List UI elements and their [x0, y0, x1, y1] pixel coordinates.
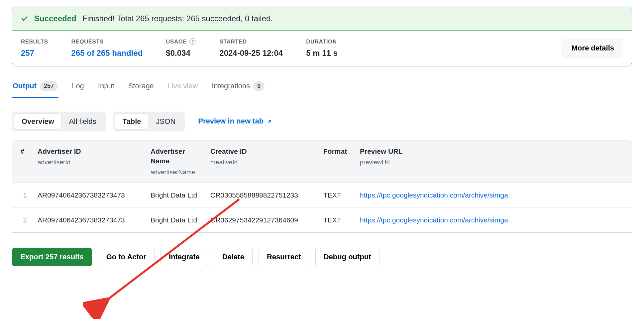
integrate-button[interactable]: Integrate — [161, 248, 208, 266]
debug-output-button[interactable]: Debug output — [315, 248, 379, 266]
check-icon — [21, 15, 28, 22]
external-link-icon — [267, 119, 272, 124]
status-stats: RESULTS 257 REQUESTS 265 of 265 handled … — [12, 31, 632, 66]
svg-line-0 — [268, 120, 271, 123]
json-toggle[interactable]: JSON — [149, 114, 183, 129]
stat-started-label: STARTED — [219, 38, 283, 46]
tab-storage[interactable]: Storage — [128, 78, 155, 98]
export-button[interactable]: Export 257 results — [12, 248, 92, 266]
preview-new-tab-link[interactable]: Preview in new tab — [198, 116, 272, 126]
fields-segment: Overview All fields — [12, 112, 106, 131]
tab-integrations[interactable]: Integrations 0 — [211, 78, 265, 98]
tab-integrations-count: 0 — [253, 81, 265, 91]
cell-advertiser-id: AR09740642367383273473 — [32, 207, 145, 232]
view-segment: Table JSON — [113, 112, 185, 131]
preview-url-link[interactable]: https://tpc.googlesyndication.com/archiv… — [360, 216, 508, 224]
col-advertiser-id: Advertiser IDadvertiserId — [32, 140, 145, 183]
status-message: Finished! Total 265 requests: 265 succee… — [82, 13, 273, 24]
stat-duration-value: 5 m 11 s — [306, 47, 338, 59]
status-banner: Succeeded Finished! Total 265 requests: … — [12, 7, 632, 66]
overview-toggle[interactable]: Overview — [14, 114, 62, 129]
stat-requests: REQUESTS 265 of 265 handled — [71, 38, 143, 59]
go-to-actor-button[interactable]: Go to Actor — [98, 248, 155, 266]
table-row: 2AR09740642367383273473Bright Data LtdCR… — [12, 207, 632, 232]
tab-output-label: Output — [13, 81, 37, 91]
question-icon[interactable]: ? — [189, 38, 196, 45]
tab-output[interactable]: Output 257 — [12, 78, 58, 98]
cell-advertiser-id: AR09740642367383273473 — [32, 183, 145, 207]
stat-started: STARTED 2024-09-25 12:04 — [219, 38, 283, 59]
status-banner-header: Succeeded Finished! Total 265 requests: … — [12, 7, 632, 31]
delete-button[interactable]: Delete — [214, 248, 253, 266]
cell-advertiser-name: Bright Data Ltd — [145, 183, 205, 207]
tab-integrations-label: Integrations — [212, 81, 250, 91]
all-fields-toggle[interactable]: All fields — [62, 114, 104, 129]
stat-results-value[interactable]: 257 — [21, 47, 48, 59]
run-tabs: Output 257 Log Input Storage Live view I… — [12, 78, 632, 98]
tab-log[interactable]: Log — [71, 78, 85, 98]
cell-advertiser-name: Bright Data Ltd — [145, 207, 205, 232]
stat-results-label: RESULTS — [21, 38, 48, 46]
stat-usage-value: $0.034 — [166, 47, 196, 59]
tab-output-count: 257 — [40, 81, 58, 91]
cell-index: 1 — [12, 183, 32, 207]
cell-preview-url: https://tpc.googlesyndication.com/archiv… — [355, 207, 632, 232]
cell-creative-id: CR06297534229127364609 — [205, 207, 318, 232]
col-creative-id: Creative IDcreativeId — [205, 140, 318, 183]
stat-requests-value[interactable]: 265 of 265 handled — [71, 47, 143, 59]
more-details-button[interactable]: More details — [563, 39, 623, 57]
col-index: # — [12, 140, 32, 183]
col-advertiser-name: Advertiser NameadvertiserName — [145, 140, 205, 183]
tab-input[interactable]: Input — [97, 78, 115, 98]
cell-format: TEXT — [318, 183, 355, 207]
cell-preview-url: https://tpc.googlesyndication.com/archiv… — [355, 183, 632, 207]
results-table: # Advertiser IDadvertiserId Advertiser N… — [12, 140, 632, 233]
table-toggle[interactable]: Table — [115, 114, 149, 129]
cell-creative-id: CR03055858888822751233 — [205, 183, 318, 207]
output-controls: Overview All fields Table JSON Preview i… — [12, 112, 632, 131]
status-label: Succeeded — [34, 13, 76, 24]
table-row: 1AR09740642367383273473Bright Data LtdCR… — [12, 183, 632, 207]
preview-url-link[interactable]: https://tpc.googlesyndication.com/archiv… — [360, 191, 508, 199]
stat-usage: USAGE? $0.034 — [166, 38, 196, 59]
stat-results: RESULTS 257 — [21, 38, 48, 59]
stat-duration-label: DURATION — [306, 38, 338, 46]
col-format: Format — [318, 140, 355, 183]
stat-requests-label: REQUESTS — [71, 38, 143, 46]
stat-usage-label: USAGE? — [166, 38, 196, 46]
tab-live-view: Live view — [167, 78, 198, 98]
action-bar: Export 257 results Go to Actor Integrate… — [0, 239, 644, 275]
cell-index: 2 — [12, 207, 32, 232]
stat-duration: DURATION 5 m 11 s — [306, 38, 338, 59]
resurrect-button[interactable]: Resurrect — [259, 248, 309, 266]
col-preview-url: Preview URLpreviewUrl — [355, 140, 632, 183]
stat-started-value: 2024-09-25 12:04 — [219, 47, 283, 59]
preview-new-tab-label: Preview in new tab — [198, 116, 264, 126]
cell-format: TEXT — [318, 207, 355, 232]
